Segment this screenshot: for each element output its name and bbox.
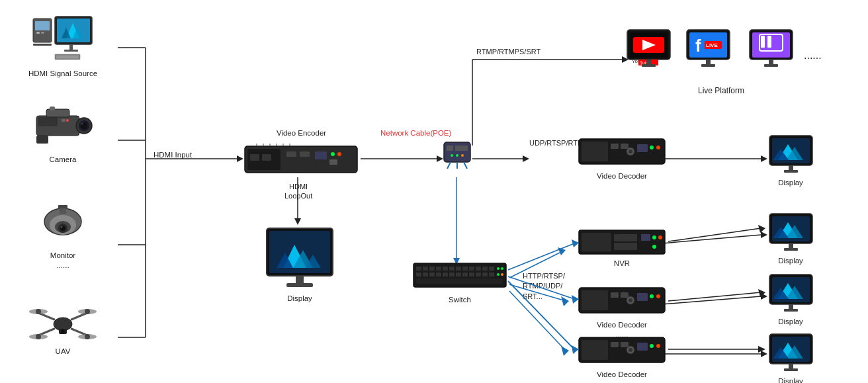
svg-rect-144	[637, 144, 648, 152]
svg-rect-230	[784, 368, 798, 371]
fb-live-icon: f LIVE	[683, 26, 733, 69]
video-encoder-icon	[243, 141, 359, 177]
svg-line-101	[447, 162, 451, 169]
svg-point-180	[501, 267, 503, 270]
svg-rect-34	[35, 21, 50, 30]
svg-text:f: f	[695, 36, 701, 56]
video-decoder-2-icon	[578, 284, 667, 318]
http-protocol-label: HTTP/RTSP/RTMP/UDP/SRT...	[523, 271, 565, 302]
svg-rect-44	[64, 50, 78, 52]
svg-point-190	[658, 235, 662, 239]
svg-rect-114	[286, 283, 313, 287]
svg-rect-152	[789, 165, 793, 171]
svg-rect-157	[429, 267, 435, 271]
svg-point-206	[650, 294, 654, 298]
hdmi-input-label: HDMI Input	[153, 151, 192, 159]
svg-line-103	[464, 162, 467, 169]
svg-marker-19	[558, 247, 566, 255]
svg-rect-46	[56, 56, 79, 58]
svg-rect-139	[582, 142, 608, 161]
svg-rect-162	[462, 267, 468, 271]
switch-item: Switch	[410, 258, 509, 305]
nvr-label: NVR	[614, 259, 630, 269]
svg-rect-130	[701, 64, 715, 67]
svg-point-57	[66, 119, 69, 122]
svg-rect-205	[637, 293, 648, 301]
display-decoder2-label: Display	[778, 317, 803, 327]
svg-rect-155	[416, 267, 421, 271]
svg-point-182	[501, 273, 503, 276]
video-decoder-2-item: Video Decoder......	[576, 284, 668, 340]
svg-rect-159	[443, 267, 448, 271]
svg-rect-84	[262, 154, 271, 161]
poe-connector-item	[435, 136, 478, 172]
svg-point-63	[61, 226, 63, 228]
svg-point-80	[61, 329, 65, 333]
svg-marker-9	[294, 218, 301, 225]
uav-label: UAV	[56, 347, 71, 357]
svg-point-77	[36, 334, 41, 339]
svg-rect-214	[784, 309, 798, 312]
svg-point-78	[85, 334, 90, 339]
svg-rect-85	[286, 151, 296, 157]
svg-point-145	[650, 146, 654, 149]
svg-rect-178	[489, 273, 494, 277]
twitch-icon	[746, 26, 796, 69]
svg-rect-83	[250, 154, 259, 161]
svg-rect-160	[449, 267, 455, 271]
svg-point-220	[629, 348, 632, 352]
hdmi-source-label: HDMI Signal Source	[28, 69, 97, 79]
nvr-icon	[578, 228, 667, 256]
svg-rect-55	[50, 106, 55, 110]
svg-rect-170	[436, 273, 441, 277]
loopout-display-icon	[260, 225, 339, 291]
svg-rect-173	[456, 273, 461, 277]
svg-rect-90	[329, 159, 337, 165]
camera-item: Camera	[10, 103, 116, 165]
svg-point-88	[331, 152, 335, 156]
twitch-item	[744, 26, 797, 69]
svg-point-76	[85, 309, 90, 314]
svg-rect-87	[315, 151, 327, 159]
svg-rect-229	[789, 364, 793, 369]
svg-rect-163	[469, 267, 474, 271]
video-decoder-3-item: Video Decoder	[576, 334, 668, 380]
svg-point-222	[650, 344, 654, 348]
display-nvr-item: Display	[764, 210, 817, 266]
display-1-item: Display	[764, 132, 817, 188]
svg-line-237	[508, 243, 574, 270]
svg-rect-156	[423, 267, 428, 271]
svg-rect-197	[789, 243, 793, 249]
svg-rect-56	[62, 119, 65, 122]
svg-line-24	[662, 235, 761, 243]
diagram: HDMI Signal Source	[0, 0, 868, 383]
svg-point-181	[497, 273, 499, 276]
video-decoder-1-icon	[578, 136, 667, 169]
svg-marker-13	[523, 155, 529, 162]
svg-rect-200	[582, 290, 608, 310]
svg-rect-176	[476, 273, 481, 277]
video-decoder-1-item: Video Decoder	[576, 136, 668, 181]
camera-label: Camera	[50, 155, 77, 165]
live-platform-label: Live Platform	[662, 86, 781, 95]
display-nvr-label: Display	[778, 256, 803, 266]
svg-rect-202	[621, 292, 629, 298]
svg-rect-167	[416, 273, 421, 277]
svg-point-52	[81, 122, 83, 125]
svg-rect-129	[706, 60, 711, 65]
svg-point-207	[656, 294, 660, 298]
poe-icon	[437, 136, 477, 172]
display-decoder3-icon	[766, 331, 816, 374]
nvr-item: NVR	[576, 228, 668, 269]
hdmi-source-item: HDMI Signal Source	[10, 13, 116, 79]
svg-rect-54	[36, 136, 48, 144]
loopout-display-item: Display	[257, 225, 343, 304]
svg-line-233	[668, 292, 761, 301]
svg-rect-188	[641, 234, 650, 241]
svg-line-26	[662, 296, 761, 304]
svg-point-223	[656, 344, 660, 348]
svg-marker-23	[561, 346, 569, 356]
video-decoder-1-label: Video Decoder	[597, 171, 647, 181]
svg-point-143	[629, 149, 632, 153]
extra-arrows	[0, 0, 868, 383]
